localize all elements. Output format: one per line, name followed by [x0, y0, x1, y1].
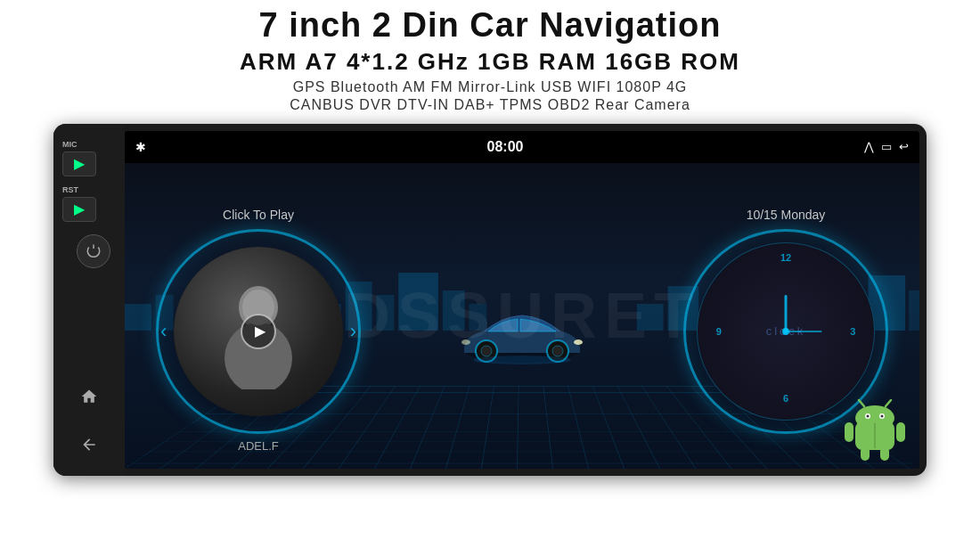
power-button[interactable] — [77, 234, 110, 268]
car-center — [451, 297, 593, 377]
music-panel: Click To Play — [143, 208, 374, 466]
svg-rect-45 — [845, 422, 853, 442]
svg-line-43 — [859, 400, 864, 406]
home-nav-icon[interactable] — [72, 380, 106, 413]
svg-point-36 — [473, 356, 571, 364]
rst-arrow-icon: ▶ — [74, 200, 85, 217]
svg-rect-22 — [909, 290, 919, 331]
rst-group: RST ▶ — [53, 185, 125, 222]
mic-label: MIC — [62, 140, 78, 149]
svg-point-35 — [461, 339, 470, 345]
header-section: 7 inch 2 Din Car Navigation ARM A7 4*1.2… — [0, 0, 980, 113]
svg-point-28 — [782, 328, 789, 335]
top-bar: ✱ 08:00 ⋀ ▭ ↩ — [125, 131, 919, 163]
svg-rect-13 — [637, 304, 664, 331]
device-container: MIC ▶ RST ▶ — [53, 124, 927, 476]
android-mascot — [839, 393, 911, 464]
svg-line-44 — [886, 400, 891, 406]
svg-rect-48 — [880, 446, 889, 461]
svg-rect-46 — [896, 422, 905, 442]
svg-rect-47 — [861, 446, 870, 461]
bluetooth-icon: ✱ — [135, 140, 146, 154]
back-icon: ↩ — [899, 140, 909, 153]
svg-point-42 — [881, 414, 884, 417]
mic-group: MIC ▶ — [53, 140, 125, 176]
rst-button[interactable]: ▶ — [62, 197, 96, 222]
window-icon: ▭ — [881, 140, 892, 153]
svg-rect-9 — [376, 295, 394, 331]
svg-point-31 — [481, 346, 492, 356]
play-arrow-icon: ▶ — [74, 155, 85, 172]
top-bar-left: ✱ — [135, 140, 146, 154]
bottom-nav — [72, 380, 106, 476]
svg-rect-10 — [398, 273, 438, 331]
nav-arrows: ‹ › — [156, 320, 361, 343]
svg-point-41 — [867, 414, 870, 417]
device-bezel: MIC ▶ RST ▶ — [53, 124, 927, 476]
left-panel: MIC ▶ RST ▶ — [53, 124, 125, 476]
main-title: 7 inch 2 Din Car Navigation — [0, 7, 980, 45]
prev-track-button[interactable]: ‹ — [160, 320, 167, 343]
date-display: 10/15 Monday — [670, 208, 902, 222]
click-to-play-label: Click To Play — [143, 208, 374, 222]
clock-display: 08:00 — [487, 139, 524, 155]
svg-point-34 — [574, 339, 583, 345]
top-bar-right: ⋀ ▭ ↩ — [864, 140, 909, 153]
screen-content: DSSURET Click To Play — [125, 163, 919, 469]
features-line1: GPS Bluetooth AM FM Mirror-Link USB WIFI… — [0, 79, 980, 95]
specs-line: ARM A7 4*1.2 GHz 1GB RAM 16GB ROM — [0, 48, 980, 76]
track-name: ADEL.F — [143, 439, 374, 453]
svg-point-33 — [552, 346, 563, 356]
back-nav-icon[interactable] — [72, 428, 106, 462]
expand-icon: ⋀ — [864, 140, 874, 153]
music-circle: ▶ ‹ › — [156, 229, 361, 434]
features-line2: CANBUS DVR DTV-IN DAB+ TPMS OBD2 Rear Ca… — [0, 97, 980, 113]
page-wrapper: 7 inch 2 Din Car Navigation ARM A7 4*1.2… — [0, 0, 980, 548]
play-button[interactable]: ▶ — [62, 151, 96, 176]
next-track-button[interactable]: › — [350, 320, 356, 343]
rst-label: RST — [62, 185, 78, 194]
screen: ✱ 08:00 ⋀ ▭ ↩ — [125, 131, 919, 469]
